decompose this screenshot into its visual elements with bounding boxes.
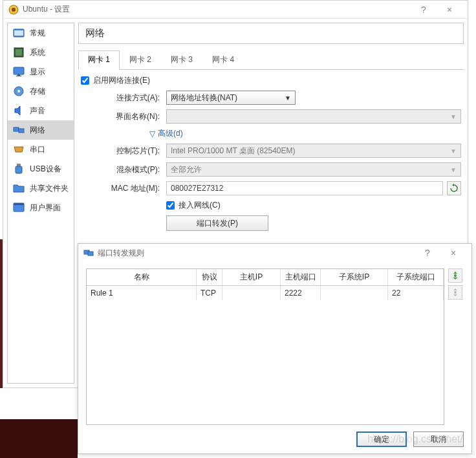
close-button[interactable]: × [437,5,462,15]
cable-connected-checkbox[interactable] [166,201,175,210]
chevron-down-icon: ▽ [149,129,155,138]
svg-rect-11 [14,127,19,131]
svg-rect-6 [14,67,24,74]
chevron-down-icon: ▼ [450,147,457,155]
plus-icon [451,271,460,280]
dialog-close-button[interactable]: × [440,248,466,258]
svg-rect-12 [19,129,24,133]
settings-sidebar: 常规 系统 显示 存储 声音 网络 串口 USB设备 共享文件夹 用户界面 [7,23,74,384]
table-row[interactable]: Rule 1 TCP 2222 22 [87,286,444,300]
enable-adapter-label: 启用网络连接(E) [93,75,150,86]
sidebar-item-label: 常规 [30,28,45,39]
app-icon [8,5,19,15]
enable-adapter-checkbox[interactable] [81,76,89,85]
usb-icon [13,163,25,175]
sidebar-item-label: 显示 [30,67,45,78]
rules-table[interactable]: 名称 协议 主机IP 主机端口 子系统IP 子系统端口 Rule 1 TCP 2… [86,268,444,425]
sidebar-item-system[interactable]: 系统 [8,43,74,62]
general-icon [13,27,25,39]
svg-rect-7 [17,74,20,76]
adapter-tabs: 网卡 1 网卡 2 网卡 3 网卡 4 [78,50,464,70]
svg-rect-16 [14,203,24,205]
chevron-down-icon: ▼ [450,166,457,173]
sidebar-item-label: 共享文件夹 [30,183,69,194]
ifname-field: ▼ [166,109,461,124]
display-icon [13,66,25,78]
svg-point-20 [454,291,457,294]
col-host-ip[interactable]: 主机IP [222,269,281,285]
cell-name[interactable]: Rule 1 [87,286,197,300]
rule-actions [448,268,464,425]
sidebar-item-network[interactable]: 网络 [8,120,74,140]
sidebar-item-label: 串口 [30,144,45,155]
ok-button[interactable]: 确定 [356,431,407,447]
storage-icon [13,85,25,97]
mac-address-field[interactable]: 080027E27312 [166,181,443,195]
svg-rect-8 [16,76,21,76]
system-icon [13,47,25,58]
sidebar-item-ui[interactable]: 用户界面 [8,198,74,217]
adapter-type-field[interactable]: Intel PRO/1000 MT 桌面 (82540EM)▼ [166,144,461,158]
help-button[interactable]: ? [411,5,437,15]
folder-icon [13,182,25,194]
svg-point-1 [12,8,16,12]
port-forwarding-dialog: 端口转发规则 ? × 名称 协议 主机IP 主机端口 子系统IP 子系统端口 R… [78,243,472,454]
chevron-down-icon: ▼ [285,94,291,102]
cell-host-port[interactable]: 2222 [281,286,321,300]
ifname-label: 界面名称(N): [98,111,160,122]
dialog-titlebar: 端口转发规则 ? × [78,244,471,262]
sidebar-item-label: 用户界面 [30,202,61,213]
tab-adapter-4[interactable]: 网卡 4 [202,50,244,69]
cell-host-ip[interactable] [222,286,281,300]
table-header: 名称 协议 主机IP 主机端口 子系统IP 子系统端口 [87,269,444,286]
sidebar-item-serial[interactable]: 串口 [8,140,74,159]
content-title: 网络 [78,23,464,44]
audio-icon [13,105,25,116]
adapter-type-label: 控制芯片(T): [98,146,160,157]
svg-point-10 [17,90,20,93]
svg-point-19 [454,274,457,277]
minus-icon [451,288,460,297]
col-guest-ip[interactable]: 子系统IP [321,269,388,285]
remove-rule-button[interactable] [448,285,462,300]
col-host-port[interactable]: 主机端口 [281,269,321,285]
attached-to-label: 连接方式(A): [98,93,160,104]
sidebar-item-usb[interactable]: USB设备 [8,159,74,179]
sidebar-item-storage[interactable]: 存储 [8,82,74,101]
settings-titlebar: Ubuntu - 设置 ? × [3,1,468,19]
svg-rect-13 [17,164,21,166]
promisc-label: 混杂模式(P): [98,164,160,175]
col-protocol[interactable]: 协议 [197,269,222,285]
window-title: Ubuntu - 设置 [23,4,411,15]
sidebar-item-display[interactable]: 显示 [8,62,74,82]
tab-adapter-1[interactable]: 网卡 1 [78,50,120,70]
chevron-down-icon: ▼ [450,113,457,120]
cell-guest-ip[interactable] [321,286,388,300]
tab-adapter-2[interactable]: 网卡 2 [120,50,161,69]
attached-to-combo[interactable]: 网络地址转换(NAT)▼ [166,91,296,105]
col-name[interactable]: 名称 [87,269,197,285]
col-guest-port[interactable]: 子系统端口 [388,269,444,285]
svg-rect-3 [14,30,23,36]
cell-guest-port[interactable]: 22 [388,286,444,300]
promisc-field[interactable]: 全部允许▼ [166,162,461,177]
attached-to-value: 网络地址转换(NAT) [171,93,237,104]
ui-icon [13,202,25,213]
sidebar-item-shared[interactable]: 共享文件夹 [8,179,74,198]
network-icon [13,124,25,136]
svg-rect-5 [16,49,22,56]
advanced-label: 高级(d) [158,128,183,139]
add-rule-button[interactable] [448,268,462,283]
sidebar-item-general[interactable]: 常规 [8,23,74,43]
advanced-toggle[interactable]: ▽高级(d) [149,128,461,139]
dialog-title: 端口转发规则 [98,248,415,259]
cell-protocol[interactable]: TCP [197,286,222,300]
mac-refresh-button[interactable] [447,181,461,195]
cable-connected-label: 接入网线(C) [178,200,221,211]
dialog-help-button[interactable]: ? [415,248,440,258]
sidebar-item-audio[interactable]: 声音 [8,101,74,120]
refresh-icon [449,184,459,193]
cancel-button[interactable]: 取消 [413,431,464,447]
tab-adapter-3[interactable]: 网卡 3 [161,50,202,69]
port-forwarding-button[interactable]: 端口转发(P) [166,215,268,231]
